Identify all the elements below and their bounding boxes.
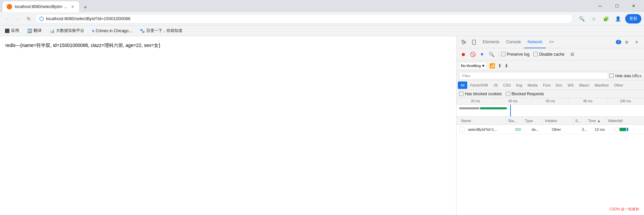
filter-font[interactable]: Font [540,82,553,89]
bookmark-baidu-label: 百度一下，你就知道 [146,28,182,34]
record-button[interactable]: ⏺ [459,50,467,58]
wifi-icon[interactable]: 📶 [489,63,495,68]
tab-network[interactable]: Network [524,36,546,48]
settings-icon[interactable]: ⚙ [569,50,577,58]
devtools-close-icon[interactable]: ✕ [632,38,641,47]
row-checkbox[interactable] [459,127,465,132]
col-header-type: Type [523,117,543,124]
filter-doc[interactable]: Doc [553,82,565,89]
address-bar: ← → ↻ i localhost:8080/selectById?id=150… [0,12,644,25]
bookmark-apps[interactable]: ⬛ 应用 [3,27,21,34]
filter-css[interactable]: CSS [500,82,514,89]
filter-fetch-xhr[interactable]: Fetch/XHR [467,82,491,89]
filter-other[interactable]: Other [611,82,626,89]
main-area: redis---{name=符半双, id=15001000086, clazz… [0,36,644,215]
row-type: do... [530,125,550,134]
close-button[interactable]: ✕ [626,0,641,12]
col-header-size: S... [573,117,586,124]
devtools-table: Name Sta... Type Initiator S... Time ▲ W… [457,117,644,215]
devtools-timeline: 20 ms 40 ms 60 ms 80 ms 100 ms [457,98,644,117]
filter-input-wrap[interactable]: Filter [459,72,608,79]
url-bar[interactable]: i localhost:8080/selectById?id=150010000… [35,14,573,23]
waterfall-checkbox [615,127,619,131]
filter-media[interactable]: Media [525,82,540,89]
bookmark-crimes[interactable]: k Crimes in Chicago... [90,28,134,34]
timeline-content [457,105,644,117]
disable-cache-label: Disable cache [539,52,564,57]
translate-icon: 🔤 [27,29,32,33]
bookmark-baidu[interactable]: 🐾 百度一下，你就知道 [138,27,184,34]
filter-wasm[interactable]: Wasm [576,82,592,89]
has-blocked-cookies-label[interactable]: Has blocked cookies [459,92,502,96]
filter-ws[interactable]: WS [565,82,576,89]
minimize-button[interactable]: — [592,0,608,12]
tab-close-button[interactable]: ✕ [70,4,75,9]
devtools-device-icon[interactable] [469,38,479,47]
toolbar-separator [498,51,498,58]
title-bar: localhost:8080/selectById= ... ✕ + — ☐ ✕ [0,0,644,12]
row-initiator: Other [550,125,580,134]
hide-data-urls-label[interactable]: Hide data URLs [609,73,641,78]
col-header-initiator: Initiator [543,117,573,124]
filter-icon[interactable]: ▼ [478,50,486,58]
forward-button[interactable]: → [13,14,23,23]
waterfall-green-bar [620,128,626,131]
blocked-requests-label[interactable]: Blocked Requests [506,92,544,96]
devtools-filterbar: Filter Hide data URLs [457,71,644,80]
new-tab-button[interactable]: + [80,3,90,12]
tab-elements[interactable]: Elements [479,36,503,48]
col-header-time: Time ▲ [586,117,606,124]
blocked-requests-checkbox[interactable] [506,92,510,96]
tick-80ms: 80 ms [569,98,606,104]
extensions-icon[interactable]: 🧩 [601,14,610,23]
filter-img[interactable]: Img [514,82,525,89]
throttle-label: No throttling [461,64,481,68]
filter-all[interactable]: All [458,82,467,89]
timeline-bar-green [480,107,507,109]
reload-button[interactable]: ↻ [24,14,34,23]
row-time: 13 ms [593,125,613,134]
bookmark-bigdata[interactable]: 📊 大数据实验平台 [48,27,86,34]
filter-js[interactable]: JS [491,82,500,89]
filter-manifest[interactable]: Manifest [592,82,611,89]
table-header: Name Sta... Type Initiator S... Time ▲ W… [457,117,644,125]
back-button[interactable]: ← [3,14,12,23]
download-icon[interactable]: ⬇ [504,63,508,68]
clear-button[interactable]: 🚫 [469,50,477,58]
waterfall-bar [615,127,628,131]
tab-console[interactable]: Console [503,36,524,48]
devtools-badge: 1 [616,40,621,44]
search-network-icon[interactable]: 🔍 [487,50,495,58]
devtools-inspect-icon[interactable] [459,38,469,47]
maximize-button[interactable]: ☐ [609,0,625,12]
tab-area: localhost:8080/selectById= ... ✕ + [3,0,591,12]
hide-data-urls-text: Hide data URLs [615,74,641,78]
timeline-bars [459,107,507,109]
search-icon[interactable]: 🔍 [577,14,586,23]
preserve-log-checkbox[interactable] [501,52,505,56]
update-button[interactable]: 更新 [625,14,641,23]
throttle-select[interactable]: No throttling ▼ [459,62,487,69]
timeline-ruler: 20 ms 40 ms 60 ms 80 ms 100 ms [457,98,644,105]
filter-placeholder: Filter [462,74,470,78]
profile-icon[interactable]: 👤 [613,14,623,23]
tick-60ms: 60 ms [532,98,569,104]
active-tab[interactable]: localhost:8080/selectById= ... ✕ [3,1,79,12]
tick-40ms: 40 ms [494,98,532,104]
bookmark-crimes-label: Crimes in Chicago... [96,29,132,33]
disable-cache-checkbox[interactable] [533,52,538,56]
bookmark-translate[interactable]: 🔤 翻译 [25,27,44,34]
devtools-panel: Elements Console Network >> 1 ⚙ ✕ ⏺ 🚫 ▼ … [456,36,644,215]
bookmarks-bar: ⬛ 应用 🔤 翻译 📊 大数据实验平台 k Crimes in Chicago.… [0,25,644,36]
row-status: 200 [513,125,530,134]
window-controls: — ☐ ✕ [592,0,641,12]
has-blocked-cookies-checkbox[interactable] [459,92,464,96]
table-row[interactable]: selectById?id=1... 200 do... Other 2... … [457,125,644,134]
col-header-waterfall: Waterfall [606,117,641,124]
row-size: 2... [580,125,593,134]
bookmark-icon[interactable]: ☆ [589,14,598,23]
devtools-settings-icon[interactable]: ⚙ [622,38,631,47]
upload-icon[interactable]: ⬆ [498,63,502,68]
hide-data-urls-checkbox[interactable] [609,73,614,78]
tab-more[interactable]: >> [546,36,557,48]
